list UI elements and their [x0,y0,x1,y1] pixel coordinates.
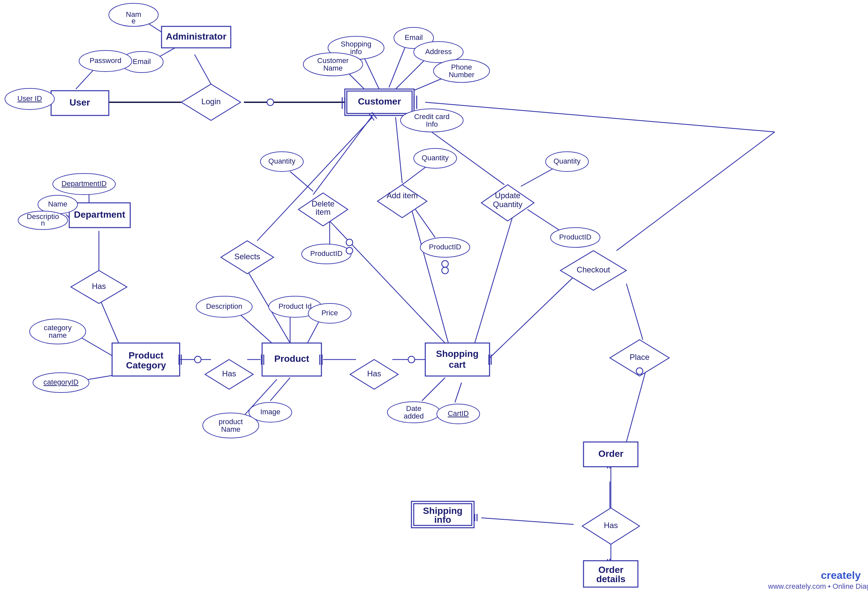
line-checkout-place [627,284,643,340]
line-deleteitem-qty [290,172,313,191]
relation-login-label: Login [201,97,221,106]
attr-product-desc-label: Description [206,302,242,310]
line-customer-deleteitem [313,116,373,195]
relation-has-prodcat-label: Has [222,369,236,378]
attr-prodcat-catname-label2: name [49,331,67,339]
relation-additem [378,185,427,218]
mark-place-zero [636,368,643,374]
attr-product-price-label: Price [321,309,338,317]
attr-deleteitem-qty-label: Quantity [268,157,295,165]
line-prod-desc [241,315,274,345]
line-admin-login [194,54,211,84]
attr-prodcat-catid-label: categoryID [43,378,79,386]
attr-customer-phone-label2: Number [449,71,474,79]
entity-shoppingcart-label1: Shopping [436,349,478,359]
line-updateqty-prodid [527,209,560,231]
relation-checkout-label: Checkout [576,265,610,274]
entity-shoppingcart-label2: cart [449,359,465,370]
er-diagram: User Administrator Login Customer Depart… [0,0,868,597]
line-prod-price [307,320,320,345]
line-deleteitem-cart [330,221,445,343]
mark-additem-zero2 [442,267,448,274]
attr-dept-deptid-label: DepartmentID [62,180,107,188]
line-customer-selects [257,117,373,241]
attr-deleteitem-prodid-label: ProductID [310,249,342,258]
entity-productcategory-label2: Category [126,360,166,370]
entity-orderdetails-label2: details [596,574,626,584]
attr-additem-qty-label: Quantity [422,154,449,162]
line-customer-shoppinginfo [363,54,379,89]
relation-updateqty-label2: Quantity [493,200,522,209]
line-customer-additem [395,117,402,183]
entity-customer-label: Customer [358,96,401,107]
attr-additem-prodid-label: ProductID [429,243,461,251]
attr-user-password-label: Password [90,56,121,65]
line-cart-dateadded [422,378,445,401]
line-has-prodcat [99,297,118,343]
entity-orderdetails-label1: Order [598,565,624,575]
attr-customer-creditcard-label1: Credit card [414,113,450,121]
mark-deleteitem-zero2 [346,247,353,254]
attr-cart-dateadded-label1: Date [406,404,421,413]
watermark-text: www.creately.com • Online Diagramming [768,582,868,590]
line-user-password [76,68,96,89]
attr-product-prodid-label: Product Id [278,302,311,310]
attr-user-userid-label: User ID [18,94,42,102]
attr-updateqty-prodid-label: ProductID [559,233,591,241]
attr-customer-shoppinginfo-label1: Shopping [341,40,372,48]
line-prod-image [270,378,290,401]
relation-deleteitem-label2: item [316,208,330,216]
attr-product-productname-label1: product [219,417,243,426]
relation-updateqty-label1: Update [495,191,520,200]
entity-department-label: Department [74,209,125,220]
mark-deleteitem-zero [346,239,353,246]
line-additem-qty [402,165,428,185]
relation-selects-label: Selects [234,252,261,261]
entity-productcategory-label1: Product [129,350,163,361]
entity-order-label: Order [598,448,624,459]
line-checkout-customer2 [425,102,775,132]
attr-product-productname-label2: Name [221,425,241,434]
relation-has-order-label: Has [604,521,618,530]
line-place-order [627,370,646,442]
attr-prodcat-catname-label1: category [44,324,71,332]
line-has4-shippinginfo [481,518,573,524]
attr-dept-desc-label2: n [41,219,45,227]
attr-customer-creditcard-label2: Info [426,120,438,128]
line-cart-checkout [488,274,577,359]
mark-login-zero [267,99,274,105]
entity-administrator-label: Administrator [166,31,227,42]
attr-admin-name-label2: e [132,17,135,25]
relation-has-product-label: Has [367,369,381,378]
attr-customer-customername-label1: Customer [317,56,348,65]
brand-creately: creately [821,569,861,581]
attr-customer-address-label: Address [425,48,452,56]
mark-has-zero1 [194,356,201,363]
relation-deleteitem-label1: Delete [311,199,334,208]
entity-shippinginfo-label2: info [434,515,451,525]
relation-additem-label1: Add item [387,191,418,200]
mark-cart-zero [408,356,415,363]
attr-admin-email-label: Email [133,57,151,65]
attr-customer-customername-label2: Name [323,64,343,72]
relation-place-label: Place [630,353,649,361]
line-customer-address [395,56,428,89]
line-cart-cartid [455,383,462,402]
attr-customer-shoppinginfo-label2: info [350,48,361,56]
line-checkout-customer [616,132,775,251]
attr-updateqty-qty-label: Quantity [554,157,581,165]
entity-product-label: Product [274,353,309,364]
attr-cart-dateadded-label2: added [403,412,424,420]
relation-has-dept-label: Has [92,282,106,291]
line-updateqty-cart [475,211,514,343]
attr-dept-name-label: Name [48,200,68,208]
attr-customer-phone-label1: Phone [451,63,472,71]
attr-customer-email-label: Email [404,33,423,42]
entity-user-label: User [70,97,90,107]
line-updateqty-qty [521,168,554,186]
attr-cart-cartid-label: CartID [448,409,469,417]
attr-product-image-label: Image [260,408,280,416]
mark-additem-zero [442,261,448,267]
